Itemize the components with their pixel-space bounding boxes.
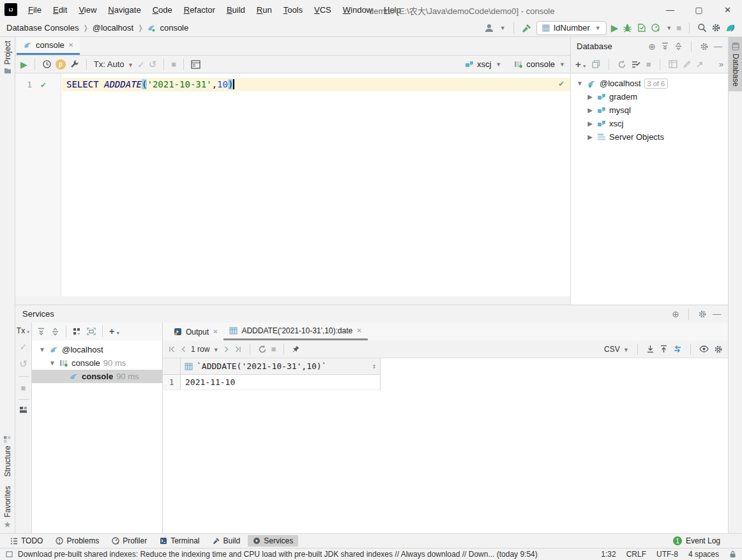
run-configuration-select[interactable]: IdNumber ▼ <box>536 21 607 35</box>
menu-vcs[interactable]: VCS <box>308 1 337 19</box>
compare-icon[interactable] <box>673 345 682 353</box>
last-page-icon[interactable] <box>234 345 242 353</box>
refresh-icon[interactable] <box>617 60 626 69</box>
locate-icon[interactable]: ⊕ <box>648 42 656 52</box>
profiler-icon[interactable] <box>651 23 660 33</box>
tree-row-server-objects[interactable]: ▶ Server Objects <box>571 130 728 144</box>
menu-run[interactable]: Run <box>251 1 278 19</box>
event-log-widget[interactable]: 1 Event Log <box>673 536 737 545</box>
add-datasource-icon[interactable]: +▼ <box>575 59 587 70</box>
tree-row-xscj[interactable]: ▶ xscj <box>571 117 728 130</box>
chevron-right-icon[interactable]: ▶ <box>586 93 594 100</box>
stripe-project-tab[interactable]: Project <box>3 41 12 74</box>
next-page-icon[interactable] <box>223 345 230 353</box>
page-size-select[interactable]: 1 row ▼ <box>191 345 219 354</box>
wrench-icon[interactable] <box>70 59 79 69</box>
breadcrumb-localhost[interactable]: @localhost <box>93 23 134 33</box>
menu-tools[interactable]: Tools <box>278 1 308 19</box>
build-hammer-icon[interactable] <box>522 23 532 33</box>
reload-page-icon[interactable] <box>258 345 267 354</box>
sort-icon[interactable]: ↕ <box>372 362 376 370</box>
minimize-button[interactable]: — <box>656 0 685 19</box>
indent-setting[interactable]: 4 spaces <box>688 550 719 559</box>
collapse-all-icon[interactable] <box>674 42 683 50</box>
export-download-icon[interactable] <box>646 345 655 353</box>
stripe-structure-tab[interactable]: Structure <box>3 436 12 477</box>
toolwindow-problems[interactable]: Problems <box>50 535 104 547</box>
collapse-all-icon[interactable] <box>51 328 59 336</box>
tree-row-localhost[interactable]: ▼ @localhost <box>32 343 162 356</box>
menu-edit[interactable]: Edit <box>47 1 73 19</box>
session-selector[interactable]: console ▼ <box>514 59 565 69</box>
duplicate-icon[interactable] <box>592 60 600 68</box>
chevron-down-icon[interactable]: ▼ <box>49 359 56 367</box>
output-mode-icon[interactable] <box>191 60 201 69</box>
datasource-properties-icon[interactable] <box>632 60 641 69</box>
layout-icon[interactable] <box>19 406 27 414</box>
chevron-right-icon[interactable]: ▶ <box>586 133 594 140</box>
tree-row-localhost[interactable]: ▼ @localhost 3 of 6 <box>571 77 728 90</box>
settings-gear-icon[interactable] <box>711 23 721 33</box>
tree-row-console-selected[interactable]: console 90 ms <box>32 370 162 383</box>
grid-data-row[interactable]: 1 2021-11-10 <box>163 375 380 390</box>
toolwindow-services[interactable]: Services <box>248 535 298 547</box>
add-service-icon[interactable]: +▼ <box>109 326 120 337</box>
line-separator[interactable]: CRLF <box>626 550 646 559</box>
previous-page-icon[interactable] <box>180 345 186 353</box>
grid-column-header[interactable]: `ADDDATE('2021-10-31',10)` ↕ <box>181 361 380 371</box>
hide-panel-icon[interactable]: — <box>713 309 721 319</box>
close-icon[interactable]: ✕ <box>68 42 73 49</box>
menu-navigate[interactable]: Navigate <box>102 1 146 19</box>
tree-row-gradem[interactable]: ▶ gradem <box>571 90 728 103</box>
schema-selector[interactable]: xscj ▼ <box>465 59 501 69</box>
toolwindow-todo[interactable]: TODO <box>5 535 48 547</box>
sql-editor[interactable]: 1 ✔ SELECT ADDDATE('2021-10-31',10) ✔ <box>15 73 570 296</box>
code-with-me-icon[interactable] <box>725 23 736 33</box>
run-icon[interactable]: ▶ <box>611 22 619 34</box>
expand-all-icon[interactable] <box>661 42 669 50</box>
toolwindow-profiler[interactable]: Profiler <box>107 535 152 547</box>
more-toolbar-icon[interactable]: » <box>719 59 723 69</box>
execute-icon[interactable]: ▶ <box>20 59 27 70</box>
coverage-icon[interactable] <box>637 23 646 33</box>
float-mode-icon[interactable] <box>87 328 96 335</box>
locate-icon[interactable]: ⊕ <box>672 309 679 319</box>
view-options-eye-icon[interactable] <box>699 345 709 352</box>
close-icon[interactable]: ✕ <box>356 327 361 334</box>
export-format-select[interactable]: CSV ▼ <box>604 345 629 354</box>
menu-view[interactable]: View <box>73 1 102 19</box>
chevron-down-icon[interactable]: ▼ <box>38 346 46 353</box>
menu-code[interactable]: Code <box>147 1 178 19</box>
stripe-database-tab[interactable]: Database <box>729 37 742 91</box>
import-upload-icon[interactable] <box>660 345 668 353</box>
maximize-button[interactable]: ▢ <box>685 0 713 19</box>
tx-strip-button[interactable]: Tx▼ <box>17 326 30 335</box>
tx-mode-select[interactable]: Tx: Auto ▼ <box>94 59 133 69</box>
tree-row-mysql[interactable]: ▶ mysql <box>571 103 728 117</box>
menu-build[interactable]: Build <box>221 1 251 19</box>
breadcrumb-console[interactable]: console <box>160 23 188 33</box>
user-icon[interactable] <box>484 23 494 33</box>
editor-tab-console[interactable]: console ✕ <box>17 37 80 55</box>
menu-refactor[interactable]: Refactor <box>178 1 221 19</box>
parameters-icon[interactable]: p <box>56 59 66 70</box>
tab-output[interactable]: Output ✕ <box>168 323 223 340</box>
pin-tab-icon[interactable] <box>292 345 300 353</box>
group-by-icon[interactable] <box>73 328 81 335</box>
close-icon[interactable]: ✕ <box>213 328 218 335</box>
jump-to-console-icon[interactable] <box>669 60 678 68</box>
chevron-down-icon[interactable]: ▼ <box>576 80 584 87</box>
debug-icon[interactable] <box>623 23 632 33</box>
value-cell[interactable]: 2021-11-10 <box>181 377 380 387</box>
breadcrumb-database-consoles[interactable]: Database Consoles <box>6 23 79 33</box>
expand-all-icon[interactable] <box>37 328 45 336</box>
toolwindow-build[interactable]: Build <box>208 535 246 547</box>
hide-panel-icon[interactable]: — <box>714 42 722 51</box>
lock-icon[interactable] <box>729 550 736 558</box>
menu-file[interactable]: File <box>22 1 47 19</box>
chevron-right-icon[interactable]: ▶ <box>586 107 594 114</box>
tree-row-session[interactable]: ▼ console 90 ms <box>32 356 162 370</box>
toolwindow-terminal[interactable]: Terminal <box>155 535 204 547</box>
stripe-favorites-tab[interactable]: Favorites ★ <box>3 486 12 529</box>
status-message[interactable]: Download pre-built shared indexes: Reduc… <box>18 550 538 559</box>
